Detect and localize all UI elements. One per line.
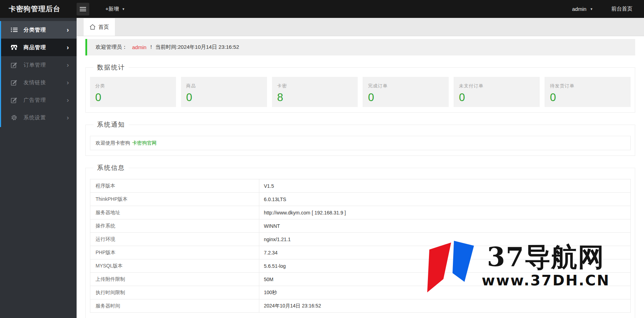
official-site-link[interactable]: 卡密狗官网 — [132, 140, 157, 146]
sysinfo-label: MYSQL版本 — [90, 259, 259, 273]
sysinfo-label: 服务器时间 — [90, 299, 259, 313]
section-sysinfo-title: 系统信息 — [93, 164, 129, 172]
section-stats: 数据统计 分类 0 商品 0 卡密 8 完成订单 — [85, 63, 635, 113]
chevron-right-icon: › — [67, 26, 69, 33]
notice-text: 欢迎使用卡密狗 — [96, 140, 130, 146]
sysinfo-label: 运行环境 — [90, 233, 259, 246]
stat-card-category: 分类 0 — [90, 77, 176, 107]
sidebar-scrollbar[interactable] — [0, 21, 1, 127]
stat-value: 0 — [550, 92, 631, 103]
list-icon — [11, 27, 18, 33]
sysinfo-label: 执行时间限制 — [90, 286, 259, 299]
table-row: 操作系统 WINNT — [90, 219, 631, 233]
sysinfo-value: V1.5 — [259, 179, 631, 193]
sidebar-item-label: 商品管理 — [24, 44, 67, 51]
tab-bar: 首页 — [77, 18, 644, 36]
sysinfo-value: 50M — [259, 273, 631, 286]
hamburger-icon — [80, 7, 86, 12]
sysinfo-label: ThinkPHP版本 — [90, 193, 259, 206]
tab-label: 首页 — [98, 24, 109, 31]
sidebar: 分类管理 › 商品管理 › 订单管理 — [0, 18, 77, 318]
table-row: 上传附件限制 50M — [90, 273, 631, 286]
table-row: 服务器时间 2024年10月14日 23:16:52 — [90, 299, 631, 313]
sysinfo-label: 上传附件限制 — [90, 273, 259, 286]
sidebar-item-settings[interactable]: 系统设置 › — [0, 109, 77, 126]
app-root: 卡密狗管理后台 +新增 ▼ admin ▼ 前台首页 — [0, 0, 644, 318]
topbar: 卡密狗管理后台 +新增 ▼ admin ▼ 前台首页 — [0, 0, 644, 18]
stat-label: 完成订单 — [368, 83, 449, 89]
sysinfo-value: WINNT — [259, 219, 631, 233]
welcome-suffix: ！ 当前时间:2024年10月14日 23:16:52 — [149, 44, 239, 51]
notice-box: 欢迎使用卡密狗 卡密狗官网 — [90, 136, 631, 150]
sysinfo-label: PHP版本 — [90, 246, 259, 259]
sidebar-toggle-button[interactable] — [77, 3, 89, 15]
section-notice-title: 系统通知 — [93, 120, 129, 129]
table-row: 执行时间限制 100秒 — [90, 286, 631, 299]
section-notice: 系统通知 欢迎使用卡密狗 卡密狗官网 — [85, 120, 635, 156]
stat-card-unpaid-orders: 未支付订单 0 — [454, 77, 540, 107]
stat-label: 分类 — [95, 83, 176, 89]
stat-label: 未支付订单 — [459, 83, 540, 89]
user-menu[interactable]: admin ▼ — [572, 6, 593, 12]
add-new-button[interactable]: +新增 ▼ — [105, 6, 125, 12]
welcome-username: admin — [132, 44, 147, 50]
edit-icon — [11, 79, 18, 86]
welcome-banner: 欢迎管理员： admin ！ 当前时间:2024年10月14日 23:16:52 — [85, 39, 635, 55]
sidebar-item-links[interactable]: 友情链接 › — [0, 74, 77, 91]
caret-down-icon: ▼ — [590, 7, 593, 11]
caret-down-icon: ▼ — [122, 7, 125, 11]
sysinfo-label: 服务器地址 — [90, 206, 259, 219]
stat-value: 0 — [459, 92, 540, 103]
chevron-right-icon: › — [67, 114, 69, 121]
edit-icon — [11, 97, 18, 103]
sysinfo-value: http://www.dkym.com [ 192.168.31.9 ] — [259, 206, 631, 219]
frontend-home-link[interactable]: 前台首页 — [611, 6, 632, 12]
chevron-right-icon: › — [67, 97, 69, 103]
table-row: 服务器地址 http://www.dkym.com [ 192.168.31.9… — [90, 206, 631, 219]
add-new-label: +新增 — [105, 6, 119, 12]
gear-icon — [11, 114, 18, 121]
stat-value: 0 — [95, 92, 176, 103]
sidebar-item-ads[interactable]: 广告管理 › — [0, 91, 77, 109]
sidebar-item-category[interactable]: 分类管理 › — [0, 21, 77, 39]
stat-label: 商品 — [186, 83, 267, 89]
stat-label: 卡密 — [277, 83, 358, 89]
sysinfo-value: 5.6.51-log — [259, 259, 631, 273]
table-row: MYSQL版本 5.6.51-log — [90, 259, 631, 273]
table-row: 运行环境 nginx/1.21.1 — [90, 233, 631, 246]
home-icon — [90, 24, 96, 30]
sidebar-item-label: 友情链接 — [24, 79, 67, 86]
welcome-prefix: 欢迎管理员： — [96, 44, 127, 51]
sysinfo-value: 100秒 — [259, 286, 631, 299]
sysinfo-label: 程序版本 — [90, 179, 259, 193]
chevron-right-icon: › — [67, 79, 69, 86]
sysinfo-value: nginx/1.21.1 — [259, 233, 631, 246]
sidebar-menu: 分类管理 › 商品管理 › 订单管理 — [0, 18, 77, 126]
stat-value: 8 — [277, 92, 358, 103]
stat-value: 0 — [186, 92, 267, 103]
sidebar-item-goods[interactable]: 商品管理 › — [0, 39, 77, 56]
username: admin — [572, 6, 586, 12]
stat-cards: 分类 0 商品 0 卡密 8 完成订单 0 — [90, 77, 631, 107]
sidebar-item-label: 广告管理 — [24, 97, 67, 104]
stat-card-cardkeys: 卡密 8 — [272, 77, 358, 107]
table-row: ThinkPHP版本 6.0.13LTS — [90, 193, 631, 206]
main-panel: 首页 欢迎管理员： admin ！ 当前时间:2024年10月14日 23:16… — [77, 18, 644, 318]
edit-icon — [11, 62, 18, 68]
tab-home[interactable]: 首页 — [84, 18, 115, 36]
section-sysinfo: 系统信息 程序版本 V1.5 ThinkPHP版本 6.0.13LTS 服务器地… — [85, 164, 635, 318]
stat-label: 待发货订单 — [550, 83, 631, 89]
sidebar-item-label: 订单管理 — [24, 62, 67, 68]
stat-value: 0 — [368, 92, 449, 103]
app-title: 卡密狗管理后台 — [0, 4, 77, 14]
table-row: 程序版本 V1.5 — [90, 179, 631, 193]
stat-card-pending-shipment: 待发货订单 0 — [545, 77, 631, 107]
section-stats-title: 数据统计 — [93, 63, 129, 72]
sysinfo-table: 程序版本 V1.5 ThinkPHP版本 6.0.13LTS 服务器地址 htt… — [90, 179, 631, 313]
sysinfo-value: 7.2.34 — [259, 246, 631, 259]
sysinfo-label: 操作系统 — [90, 219, 259, 233]
sysinfo-value: 6.0.13LTS — [259, 193, 631, 206]
sidebar-item-orders[interactable]: 订单管理 › — [0, 56, 77, 74]
stat-card-goods: 商品 0 — [181, 77, 267, 107]
page-content: 欢迎管理员： admin ！ 当前时间:2024年10月14日 23:16:52… — [77, 36, 644, 318]
